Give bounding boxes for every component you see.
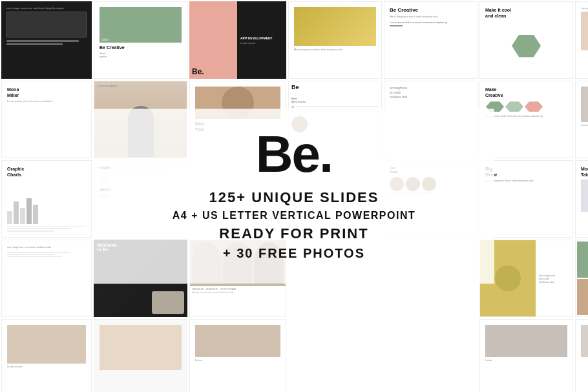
slide-thumb-27: Lorem (189, 319, 286, 392)
slide-thumb-7: Lorem ipsum dolor sit amet consectetur a… (575, 1, 588, 79)
slide-thumb-30: Lorem (479, 319, 573, 392)
headline-4: + 30 FREE PHOTOS (132, 245, 456, 260)
slide-thumb-26 (94, 319, 187, 392)
main-container: esse Image create me. iam lorem bring th… (0, 0, 588, 392)
headline-2: A4 + US LETTER VERTICAL POWERPOINT (132, 209, 456, 221)
slide-thumb-15: GraphicCharts (1, 160, 92, 238)
slide-thumb-20: ese magmona eso nade resdiacw sids (1, 240, 92, 317)
slide-thumb-29 (384, 319, 478, 392)
slide-thumb-8: MonaMiller Lorem ipsum dolor sit amet co… (1, 81, 92, 158)
slide-thumb-3: Be. APP DEVELOPMENT Lorem ipsum (189, 1, 286, 79)
slide-thumb-19: MockupTablet & Watch (575, 160, 588, 238)
headline-3: READY FOR PRINT (132, 225, 456, 242)
slide-thumb-31 (575, 319, 588, 392)
headline-1: 125+ UNIQUE SLIDES (132, 189, 456, 205)
slide-thumb-24 (575, 240, 588, 317)
slide-thumb-4: Mese magmona dreso nade lesdiacw sids. (288, 1, 382, 79)
be-logo: Be. (132, 128, 456, 180)
slide-thumb-28 (288, 319, 382, 392)
slide-thumb-25: Lorem ipsum (1, 319, 92, 392)
slide-thumb-14: Lorem ipsum (575, 81, 588, 158)
slide-thumb-2: plant Be Creative Meselesdlia (94, 1, 187, 79)
slide-thumb-5: Be Creative Mese magmona dreso nade lesd… (384, 1, 478, 79)
slide-thumb-1: esse Image create me. iam lorem bring th… (1, 1, 92, 79)
center-overlay: Be. 125+ UNIQUE SLIDES A4 + US LETTER VE… (94, 108, 494, 284)
slide-thumb-6: Make it cooland clean (479, 1, 573, 79)
